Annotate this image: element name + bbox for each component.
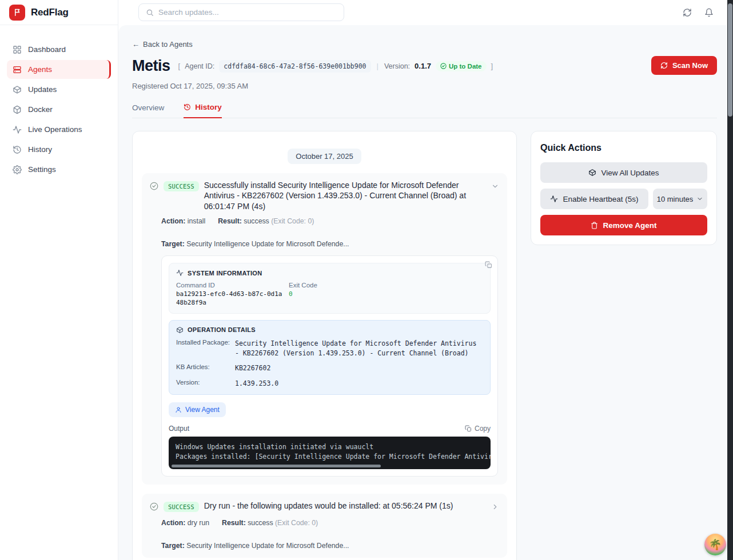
sidebar-item-live-operations[interactable]: Live Operations xyxy=(7,120,111,139)
status-badge: SUCCESS xyxy=(164,181,199,191)
sidebar-item-history[interactable]: History xyxy=(7,140,111,159)
success-check-icon xyxy=(150,502,158,511)
sidebar-item-label: Dashboard xyxy=(28,45,66,54)
check-circle-icon xyxy=(440,63,447,69)
page-scrollbar-thumb[interactable] xyxy=(728,3,732,117)
refresh-icon xyxy=(660,62,668,69)
back-to-agents-link[interactable]: ← Back to Agents xyxy=(132,40,193,49)
copy-output-button[interactable]: Copy xyxy=(465,425,491,433)
enable-heartbeat-button[interactable]: Enable Heartbeat (5s) xyxy=(540,189,648,209)
sidebar-nav: Dashboard Agents Updates Docker Live Ope… xyxy=(0,25,118,179)
sidebar-item-docker[interactable]: Docker xyxy=(7,100,111,119)
exit-code-value: 0 xyxy=(289,290,317,299)
copy-icon xyxy=(465,425,472,432)
back-arrow-icon: ← xyxy=(132,40,140,49)
copy-icon[interactable] xyxy=(485,261,492,271)
sidebar-item-label: Updates xyxy=(28,85,57,94)
chevron-down-icon[interactable] xyxy=(491,182,499,193)
activity-icon xyxy=(176,269,184,277)
scan-now-button[interactable]: Scan Now xyxy=(651,56,717,75)
chevron-right-icon[interactable] xyxy=(491,503,499,513)
bell-icon[interactable] xyxy=(704,8,714,17)
sidebar-item-label: Docker xyxy=(28,105,53,114)
sidebar-item-settings[interactable]: Settings xyxy=(7,160,111,179)
agent-id-chip: cdfdfa84-68c6-47a2-8f56-639e001bb900 xyxy=(219,60,371,73)
installed-package-value: Security Intelligence Update for Microso… xyxy=(235,339,483,359)
timeline-entry-install[interactable]: SUCCESS Successfully installd Security I… xyxy=(142,173,507,485)
entry-title: Dry run - the following updates would be… xyxy=(204,501,486,511)
kb-articles-value: KB2267602 xyxy=(235,363,270,373)
refresh-icon[interactable] xyxy=(683,8,692,17)
page-scrollbar[interactable] xyxy=(727,0,733,560)
person-icon xyxy=(175,406,182,413)
history-clock-icon xyxy=(13,145,22,154)
entry-title: Successfully installd Security Intellige… xyxy=(204,180,486,211)
main-surface: ← Back to Agents Metis [ Agent ID: cdfdf… xyxy=(118,25,727,560)
sidebar: RedFlag Dashboard Agents Updates Docker … xyxy=(0,0,118,560)
sidebar-item-dashboard[interactable]: Dashboard xyxy=(7,40,111,59)
date-pill: October 17, 2025 xyxy=(288,149,361,164)
package-icon xyxy=(588,169,596,177)
docker-icon xyxy=(13,105,22,114)
terminal-hscrollbar[interactable] xyxy=(172,465,381,467)
tab-overview[interactable]: Overview xyxy=(132,103,164,118)
sidebar-item-label: Settings xyxy=(28,165,56,174)
topbar xyxy=(118,0,727,25)
search-input[interactable] xyxy=(158,8,337,17)
version-value: 0.1.7 xyxy=(415,62,431,70)
command-id-value: ba129213-efc0-4d63-b87c-0d1a48b28f9a xyxy=(176,290,284,307)
view-all-updates-button[interactable]: View All Updates xyxy=(540,162,707,183)
version-value: 1.439.253.0 xyxy=(235,379,278,389)
history-clock-icon xyxy=(184,103,191,111)
tab-bar: Overview History xyxy=(132,103,717,118)
dashboard-icon xyxy=(13,45,22,54)
sidebar-item-label: Live Operations xyxy=(28,125,82,134)
chevron-down-icon xyxy=(696,195,703,202)
brand-name: RedFlag xyxy=(31,7,69,18)
package-icon xyxy=(176,326,184,334)
brand: RedFlag xyxy=(0,0,118,25)
output-label: Output xyxy=(169,425,189,433)
activity-icon xyxy=(13,125,22,134)
timeline-entry-dry-run[interactable]: SUCCESS Dry run - the following updates … xyxy=(142,494,507,558)
activity-icon xyxy=(550,195,558,203)
trash-icon xyxy=(591,222,598,229)
agent-header: Metis [ Agent ID: cdfdfa84-68c6-47a2-8f5… xyxy=(132,57,717,75)
agents-icon xyxy=(13,65,22,74)
heartbeat-interval-dropdown[interactable]: 10 minutes xyxy=(653,189,707,209)
sidebar-item-label: Agents xyxy=(28,65,52,74)
search-icon xyxy=(146,9,154,17)
gear-icon xyxy=(13,165,22,174)
sidebar-item-agents[interactable]: Agents xyxy=(7,60,111,79)
status-badge: SUCCESS xyxy=(164,502,199,512)
redflag-logo-icon xyxy=(9,5,25,21)
quick-actions-card: Quick Actions View All Updates Enable He… xyxy=(531,131,717,245)
search-box[interactable] xyxy=(138,3,344,21)
page-title: Metis xyxy=(132,57,170,75)
sidebar-item-updates[interactable]: Updates xyxy=(7,80,111,99)
entry-detail-panel: SYSTEM INFORMATION Command ID ba129213-e… xyxy=(161,255,498,477)
quick-actions-title: Quick Actions xyxy=(540,143,707,153)
operation-details-title: OPERATION DETAILS xyxy=(188,326,256,333)
up-to-date-badge: Up to Date xyxy=(436,61,487,71)
version-label: Version: xyxy=(384,62,410,70)
updates-icon xyxy=(13,85,22,94)
tab-history[interactable]: History xyxy=(184,103,222,118)
island-widget-icon[interactable]: 🌴 xyxy=(704,534,726,555)
success-check-icon xyxy=(150,182,158,190)
agent-id-label: Agent ID: xyxy=(185,62,214,70)
remove-agent-button[interactable]: Remove Agent xyxy=(540,215,707,235)
sidebar-item-label: History xyxy=(28,145,52,154)
history-timeline-card: October 17, 2025 SUCCESS Successfully in… xyxy=(132,131,517,560)
system-information-box: SYSTEM INFORMATION Command ID ba129213-e… xyxy=(169,263,491,314)
registered-date: Registered Oct 17, 2025, 09:35 AM xyxy=(132,82,717,90)
operation-details-box: OPERATION DETAILS Installed Package: Sec… xyxy=(169,320,491,395)
view-agent-button[interactable]: View Agent xyxy=(169,402,226,417)
output-terminal: Windows Updates installation initiated v… xyxy=(169,437,491,469)
system-information-title: SYSTEM INFORMATION xyxy=(188,270,262,277)
